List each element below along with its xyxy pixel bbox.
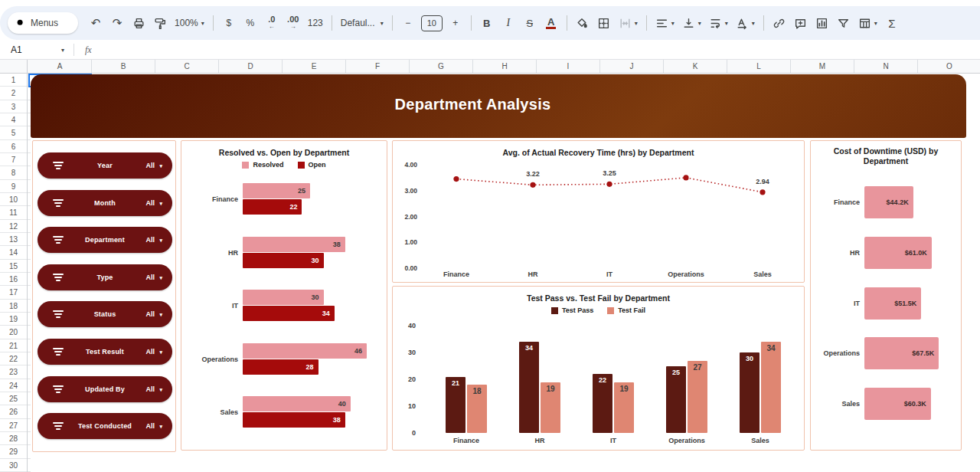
column-header-c[interactable]: C (155, 60, 219, 73)
table-views-button[interactable]: ▾ (855, 12, 880, 34)
filter-value-dropdown[interactable]: All ▾ (145, 152, 162, 179)
increase-decimal-button[interactable]: .00→ (283, 12, 303, 34)
filter-pill-type[interactable]: TypeAll ▾ (38, 264, 172, 290)
column-header-b[interactable]: B (92, 60, 155, 73)
font-family-select[interactable]: Defaul...▾ (338, 12, 387, 34)
filter-pill-test-conducted[interactable]: Test ConductedAll ▾ (38, 413, 172, 439)
format-percent-button[interactable]: % (240, 12, 260, 34)
filter-pill-month[interactable]: MonthAll ▾ (38, 190, 172, 216)
column-header-d[interactable]: D (219, 60, 283, 73)
insert-link-button[interactable] (769, 12, 789, 34)
vertical-align-button[interactable]: ▾ (679, 12, 704, 34)
row-header-23[interactable]: 23 (0, 365, 27, 379)
row-header-10[interactable]: 10 (0, 193, 27, 206)
filter-value-dropdown[interactable]: All ▾ (145, 301, 162, 327)
font-size-input[interactable]: 10 (421, 15, 443, 31)
functions-button[interactable]: Σ (882, 12, 902, 34)
row-header-16[interactable]: 16 (0, 273, 27, 286)
column-header-j[interactable]: J (600, 60, 664, 73)
column-header-f[interactable]: F (346, 60, 410, 73)
row-header-14[interactable]: 14 (0, 246, 27, 259)
row-header-24[interactable]: 24 (0, 379, 27, 392)
decrease-decimal-button[interactable]: .0← (262, 12, 282, 34)
redo-button[interactable]: ↷ (107, 12, 127, 34)
redo-icon: ↷ (113, 16, 122, 30)
decrease-font-size-button[interactable]: − (398, 12, 418, 34)
name-box[interactable]: A1 ▾ (0, 44, 70, 55)
row-header-4[interactable]: 4 (0, 113, 27, 126)
column-header-h[interactable]: H (473, 60, 537, 73)
filter-pill-updated-by[interactable]: Updated ByAll ▾ (38, 376, 172, 402)
row-header-15[interactable]: 15 (0, 260, 27, 273)
category-label: Finance (212, 195, 238, 203)
row-header-30[interactable]: 30 (0, 459, 27, 472)
row-header-19[interactable]: 19 (0, 313, 27, 326)
horizontal-align-button[interactable]: ▾ (652, 12, 678, 34)
filter-value-dropdown[interactable]: All ▾ (145, 413, 162, 439)
borders-button[interactable] (594, 12, 614, 34)
column-header-g[interactable]: G (410, 60, 473, 73)
column-header-i[interactable]: I (537, 60, 600, 73)
undo-button[interactable]: ↶ (86, 12, 106, 34)
row-header-1[interactable]: 1 (0, 74, 27, 87)
row-header-13[interactable]: 13 (0, 233, 27, 246)
column-header-n[interactable]: N (854, 60, 918, 73)
zoom-select[interactable]: 100%▾ (172, 12, 207, 34)
filter-value-dropdown[interactable]: All ▾ (145, 339, 162, 365)
print-button[interactable] (129, 12, 149, 34)
more-formats-button[interactable]: 123 (305, 12, 326, 34)
text-color-button[interactable]: A (541, 12, 561, 34)
row-header-29[interactable]: 29 (0, 445, 27, 458)
row-header-12[interactable]: 12 (0, 220, 27, 233)
row-header-11[interactable]: 11 (0, 206, 27, 219)
italic-button[interactable]: I (498, 12, 518, 34)
column-header-k[interactable]: K (664, 60, 727, 73)
row-header-7[interactable]: 7 (0, 153, 27, 166)
row-header-26[interactable]: 26 (0, 405, 27, 418)
merge-cells-button[interactable]: ▾ (616, 12, 641, 34)
filter-pill-year[interactable]: YearAll ▾ (38, 152, 172, 179)
row-header-25[interactable]: 25 (0, 392, 27, 405)
spreadsheet-app: Menus ↶ ↷ 100%▾ $ % .0← .00→ 123 Defaul.… (0, 0, 980, 472)
text-rotation-button[interactable]: ▾ (733, 12, 758, 34)
filter-value-dropdown[interactable]: All ▾ (145, 264, 162, 290)
column-header-e[interactable]: E (283, 60, 346, 73)
column-header-o[interactable]: O (918, 60, 980, 73)
increase-font-size-button[interactable]: + (446, 12, 466, 34)
strikethrough-button[interactable]: S (520, 12, 540, 34)
filter-value-dropdown[interactable]: All ▾ (145, 227, 162, 253)
filter-value-dropdown[interactable]: All ▾ (145, 190, 162, 216)
insert-comment-button[interactable] (791, 12, 811, 34)
row-header-27[interactable]: 27 (0, 419, 27, 432)
bold-button[interactable]: B (477, 12, 497, 34)
format-currency-button[interactable]: $ (219, 12, 239, 34)
filter-pill-status[interactable]: StatusAll ▾ (38, 301, 172, 327)
row-header-28[interactable]: 28 (0, 432, 27, 445)
column-header-l[interactable]: L (727, 60, 791, 73)
insert-chart-button[interactable] (812, 12, 832, 34)
select-all-corner[interactable] (0, 60, 28, 74)
bold-icon: B (483, 18, 490, 29)
text-wrap-button[interactable]: ▾ (706, 12, 731, 34)
column-header-m[interactable]: M (791, 60, 854, 73)
menus-search-button[interactable]: Menus (8, 12, 78, 34)
paint-format-button[interactable] (150, 12, 170, 34)
filter-pill-department[interactable]: DepartmentAll ▾ (38, 227, 172, 253)
row-header-2[interactable]: 2 (0, 87, 27, 100)
category-label: Finance (834, 198, 860, 206)
filter-pill-test-result[interactable]: Test ResultAll ▾ (38, 339, 172, 365)
fill-color-button[interactable] (573, 12, 593, 34)
row-header-3[interactable]: 3 (0, 100, 27, 113)
row-header-6[interactable]: 6 (0, 140, 27, 153)
row-header-5[interactable]: 5 (0, 126, 27, 139)
filter-value-dropdown[interactable]: All ▾ (145, 376, 162, 402)
row-header-21[interactable]: 21 (0, 339, 27, 352)
column-header-a[interactable]: A (28, 60, 92, 73)
row-header-8[interactable]: 8 (0, 166, 27, 179)
create-filter-button[interactable] (834, 12, 854, 34)
row-header-17[interactable]: 17 (0, 286, 27, 299)
row-header-18[interactable]: 18 (0, 300, 27, 313)
row-header-9[interactable]: 9 (0, 180, 27, 193)
row-header-20[interactable]: 20 (0, 326, 27, 339)
row-header-22[interactable]: 22 (0, 352, 27, 365)
